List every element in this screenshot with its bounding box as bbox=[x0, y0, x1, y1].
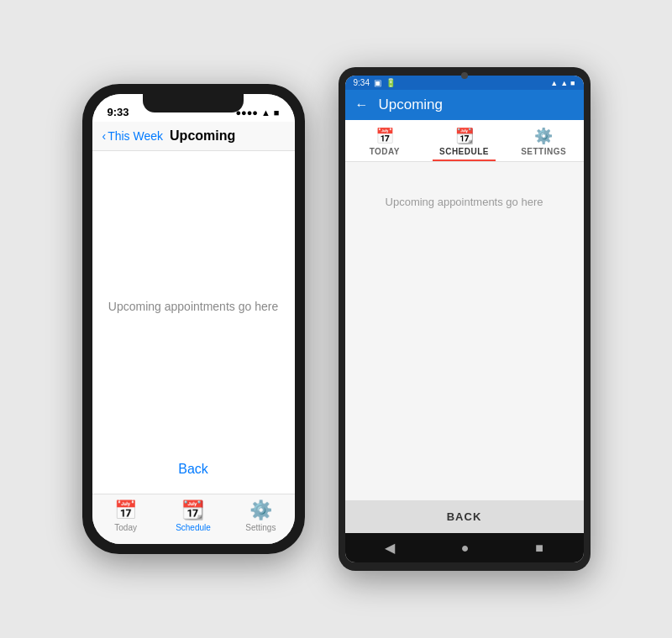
android-back-nav-icon[interactable]: ◀ bbox=[385, 540, 395, 556]
android-status-bar: 9:34 ▣ 🔋 ▲ ▲ ■ bbox=[345, 76, 584, 90]
android-status-right: ▲ ▲ ■ bbox=[550, 79, 575, 87]
android-wifi-icon: ▲ bbox=[550, 79, 558, 87]
android-battery-small-icon: 🔋 bbox=[386, 78, 396, 87]
android-battery-icon: ■ bbox=[570, 79, 575, 87]
ios-tab-bar: 📅 Today 📆 Schedule ⚙️ Settings bbox=[92, 494, 295, 544]
android-tab-bar: 📅 TODAY 📆 SCHEDULE ⚙️ SETTINGS bbox=[345, 120, 584, 162]
ios-back-button[interactable]: ‹ This Week bbox=[102, 129, 164, 143]
ios-content: Upcoming appointments go here bbox=[108, 151, 278, 462]
ios-today-label: Today bbox=[114, 523, 137, 532]
ios-status-bar: 9:33 ●●●● ▲ ■ bbox=[92, 94, 295, 122]
ios-phone: 9:33 ●●●● ▲ ■ ‹ This Week Upcoming Upcom… bbox=[82, 84, 305, 554]
ios-time: 9:33 bbox=[108, 106, 129, 118]
android-settings-label: SETTINGS bbox=[521, 147, 566, 156]
android-back-button[interactable]: BACK bbox=[345, 500, 584, 533]
signal-icon: ●●●● bbox=[235, 107, 258, 118]
ios-today-icon: 📅 bbox=[114, 499, 137, 521]
android-toolbar: ← Upcoming bbox=[345, 90, 584, 120]
ios-settings-icon: ⚙️ bbox=[249, 499, 272, 521]
android-schedule-icon: 📆 bbox=[455, 127, 474, 145]
android-signal-icon: ▲ bbox=[560, 79, 568, 87]
android-placeholder-text: Upcoming appointments go here bbox=[386, 196, 543, 208]
android-home-nav-icon[interactable]: ● bbox=[461, 541, 470, 556]
android-time: 9:34 bbox=[354, 78, 370, 87]
android-nav-bar: ◀ ● ■ bbox=[345, 533, 584, 562]
android-sim-icon: ▣ bbox=[374, 78, 381, 87]
android-status-left: 9:34 ▣ 🔋 bbox=[354, 78, 396, 87]
ios-placeholder-text: Upcoming appointments go here bbox=[108, 300, 278, 313]
android-today-label: TODAY bbox=[370, 147, 400, 156]
ios-screen: 9:33 ●●●● ▲ ■ ‹ This Week Upcoming Upcom… bbox=[92, 94, 295, 544]
battery-icon: ■ bbox=[274, 107, 280, 118]
android-phone: 9:34 ▣ 🔋 ▲ ▲ ■ ← Upcoming 📅 TODAY 📆 SCH bbox=[339, 67, 591, 571]
ios-tab-schedule[interactable]: 📆 Schedule bbox=[160, 499, 227, 532]
android-settings-icon: ⚙️ bbox=[534, 127, 553, 145]
android-today-icon: 📅 bbox=[375, 127, 394, 145]
ios-schedule-label: Schedule bbox=[176, 523, 211, 532]
ios-nav-bar: ‹ This Week Upcoming bbox=[92, 122, 295, 151]
ios-schedule-icon: 📆 bbox=[181, 499, 204, 521]
ios-nav-title: Upcoming bbox=[170, 128, 235, 144]
ios-back-label: This Week bbox=[108, 129, 163, 143]
android-screen: 9:34 ▣ 🔋 ▲ ▲ ■ ← Upcoming 📅 TODAY 📆 SCH bbox=[345, 76, 584, 562]
ios-tab-today[interactable]: 📅 Today bbox=[92, 499, 160, 532]
chevron-left-icon: ‹ bbox=[102, 129, 107, 143]
wifi-icon: ▲ bbox=[261, 107, 270, 118]
android-tab-today[interactable]: 📅 TODAY bbox=[345, 120, 425, 161]
android-back-arrow[interactable]: ← bbox=[355, 97, 369, 112]
ios-tab-settings[interactable]: ⚙️ Settings bbox=[227, 499, 294, 532]
ios-settings-label: Settings bbox=[245, 523, 276, 532]
android-toolbar-title: Upcoming bbox=[379, 97, 444, 113]
ios-content-wrapper: Upcoming appointments go here Back bbox=[92, 151, 295, 494]
android-tab-schedule[interactable]: 📆 SCHEDULE bbox=[424, 120, 504, 161]
ios-back-link[interactable]: Back bbox=[178, 462, 208, 477]
android-recents-nav-icon[interactable]: ■ bbox=[535, 541, 543, 556]
android-tab-settings[interactable]: ⚙️ SETTINGS bbox=[504, 120, 584, 161]
android-content: Upcoming appointments go here bbox=[345, 162, 584, 500]
ios-status-icons: ●●●● ▲ ■ bbox=[235, 107, 279, 118]
android-schedule-label: SCHEDULE bbox=[439, 147, 489, 156]
